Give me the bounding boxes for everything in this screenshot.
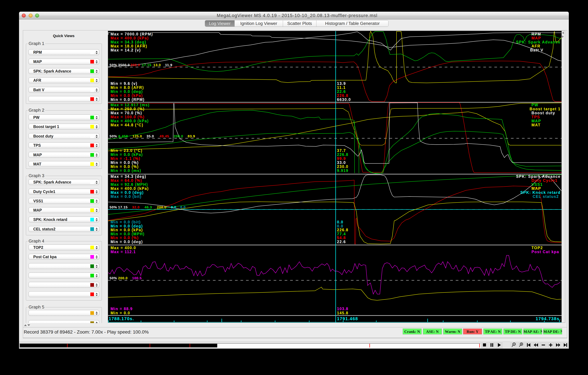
svg-text:Max = 12.917 (ms): Max = 12.917 (ms): [111, 103, 150, 107]
svg-text:Min = 0.0 (%): Min = 0.0 (%): [111, 236, 139, 240]
svg-text:Max = 100.0 (%): Max = 100.0 (%): [111, 115, 145, 119]
svg-text:0.0: 0.0: [180, 205, 186, 209]
svg-text:46.3: 46.3: [145, 205, 152, 209]
svg-text:200.0: 200.0: [130, 63, 140, 67]
svg-text:PW: PW: [532, 103, 538, 107]
svg-text:Max = 44.8 (°C): Max = 44.8 (°C): [111, 123, 143, 127]
svg-text:Max = 250.0 (%): Max = 250.0 (%): [111, 107, 145, 111]
svg-text:Min = 0.0 (kPa): Min = 0.0 (kPa): [111, 93, 143, 98]
svg-text:Boost target 1: Boost target 1: [530, 107, 561, 111]
svg-text:3500.0: 3500.0: [118, 63, 130, 67]
svg-text:0.0: 0.0: [337, 220, 344, 224]
svg-text:TPS: TPS: [532, 115, 540, 119]
svg-text:Min = 0.0 (deg): Min = 0.0 (deg): [111, 240, 143, 244]
svg-text:Max = 400.0 (kPa): Max = 400.0 (kPa): [111, 36, 149, 40]
svg-text:Min = 0.0 (MPH): Min = 0.0 (MPH): [111, 232, 145, 236]
svg-text:50%: 50%: [110, 134, 117, 138]
svg-text:Min = -1.1 (%): Min = -1.1 (%): [111, 156, 140, 161]
svg-text:Min = 23.0 (°C): Min = 23.0 (°C): [111, 148, 143, 153]
svg-text:SPK: Spark Advance: SPK: Spark Advance: [516, 174, 561, 179]
svg-text:200.0: 200.0: [157, 205, 167, 209]
svg-text:35.0: 35.0: [147, 134, 154, 138]
svg-text:Max = 64.0 (%): Max = 64.0 (%): [111, 178, 142, 183]
svg-text:Max = 14.2 (v): Max = 14.2 (v): [111, 48, 141, 52]
svg-text:99.9: 99.9: [337, 156, 346, 161]
svg-text:17.15: 17.15: [118, 205, 128, 209]
svg-text:50%: 50%: [110, 276, 117, 280]
svg-text:Min = 0.0: Min = 0.0: [111, 311, 130, 315]
svg-text:Boost duty: Boost duty: [532, 111, 555, 115]
svg-text:226.8: 226.8: [337, 228, 348, 232]
svg-text:50%: 50%: [110, 63, 117, 67]
svg-text:9.919: 9.919: [337, 168, 348, 173]
svg-text:17.15: 17.15: [142, 63, 151, 67]
svg-text:MAT: MAT: [532, 123, 541, 127]
svg-text:13.0: 13.0: [153, 63, 161, 67]
svg-text:Min = 9.6 (v): Min = 9.6 (v): [111, 81, 137, 86]
svg-text:33.0: 33.0: [337, 161, 346, 165]
svg-text:Duty Cycle1: Duty Cycle1: [532, 178, 557, 183]
svg-text:VSS1: VSS1: [532, 182, 543, 187]
svg-text:Batt V: Batt V: [530, 48, 544, 52]
svg-text:Max = 70.0 (%): Max = 70.0 (%): [111, 111, 142, 115]
svg-text:Min = 0.0 (%): Min = 0.0 (%): [111, 164, 139, 169]
svg-text:Min = 88.9: Min = 88.9: [111, 307, 133, 311]
svg-text:11.1: 11.1: [337, 85, 346, 90]
svg-text:MAP: MAP: [532, 186, 541, 191]
svg-text:37.7: 37.7: [337, 148, 346, 153]
svg-text:Min = 0.0 (bit): Min = 0.0 (bit): [111, 220, 141, 224]
svg-text:200.0: 200.0: [174, 134, 183, 138]
svg-text:Min = 8.0 (AFR): Min = 8.0 (AFR): [111, 85, 144, 90]
svg-text:MAP: MAP: [532, 36, 541, 40]
svg-text:Max = 400.0: Max = 400.0: [111, 246, 136, 250]
svg-text:Min = 0.0 (kPa): Min = 0.0 (kPa): [111, 228, 143, 232]
svg-text:13.9: 13.9: [337, 81, 346, 86]
svg-text:100.5: 100.5: [132, 276, 142, 280]
svg-text:SPK: Knock retard: SPK: Knock retard: [520, 190, 561, 195]
svg-text:Min = 0.0 (RPM): Min = 0.0 (RPM): [111, 97, 145, 102]
svg-text:226.8: 226.8: [337, 152, 348, 157]
svg-text:49.45: 49.45: [159, 134, 169, 138]
svg-text:Max = 92.6 (MPH): Max = 92.6 (MPH): [111, 182, 148, 187]
svg-text:Max = 7000.0 (RPM): Max = 7000.0 (RPM): [111, 32, 153, 36]
svg-text:11.9: 11.9: [165, 63, 172, 67]
svg-text:1794.738s.: 1794.738s.: [536, 316, 561, 321]
svg-text:1791.468: 1791.468: [337, 316, 358, 321]
svg-text:1788.170s.: 1788.170s.: [109, 316, 134, 321]
svg-text:230.0: 230.0: [337, 164, 348, 169]
svg-text:6.458: 6.458: [118, 134, 128, 138]
svg-text:Min = 0.0 (deg): Min = 0.0 (deg): [111, 224, 143, 228]
svg-text:Max = 400.0 (kPa): Max = 400.0 (kPa): [111, 186, 149, 191]
svg-text:22.6: 22.6: [337, 89, 346, 94]
svg-text:Max = 0.0 (bit): Max = 0.0 (bit): [111, 194, 142, 199]
svg-text:32.0: 32.0: [132, 205, 140, 209]
svg-text:0.0: 0.0: [337, 224, 344, 228]
svg-text:Max = 0.0 (deg): Max = 0.0 (deg): [111, 190, 144, 195]
svg-text:Max = 34.3 (deg): Max = 34.3 (deg): [111, 40, 146, 44]
svg-text:Min = 0.0 (kPa): Min = 0.0 (kPa): [111, 152, 143, 157]
svg-text:22.6: 22.6: [337, 240, 346, 244]
svg-text:Max = 112.1: Max = 112.1: [111, 250, 136, 254]
svg-text:AFR: AFR: [532, 44, 540, 48]
svg-text:Min = 0.0 (ms): Min = 0.0 (ms): [111, 168, 141, 173]
svg-text:RPM: RPM: [532, 32, 541, 36]
svg-text:103.8: 103.8: [337, 307, 348, 311]
svg-text:77.4: 77.4: [337, 232, 346, 236]
svg-text:Min = 0.0 (deg): Min = 0.0 (deg): [111, 89, 143, 94]
svg-text:Post Cat kpa: Post Cat kpa: [532, 250, 559, 254]
svg-text:200.0: 200.0: [118, 276, 128, 280]
svg-text:Max = 400.0 (kPa): Max = 400.0 (kPa): [111, 119, 149, 123]
svg-text:125.0: 125.0: [132, 134, 142, 138]
svg-text:145.8: 145.8: [337, 311, 348, 315]
svg-text:SPK: Spark Advance: SPK: Spark Advance: [516, 40, 561, 44]
svg-text:Min = 0.0 (%): Min = 0.0 (%): [111, 161, 139, 165]
svg-text:Max = 34.3 (deg): Max = 34.3 (deg): [111, 174, 146, 179]
svg-text:83.9: 83.9: [188, 134, 195, 138]
svg-text:6630.0: 6630.0: [337, 97, 351, 102]
svg-text:MAP: MAP: [532, 119, 541, 123]
svg-text:50%: 50%: [110, 205, 117, 209]
svg-text:54.8: 54.8: [337, 236, 346, 240]
svg-text:226.8: 226.8: [337, 93, 348, 98]
svg-text:CEL status2: CEL status2: [533, 194, 559, 199]
svg-text:Max = 18.0 (AFR): Max = 18.0 (AFR): [111, 44, 147, 48]
